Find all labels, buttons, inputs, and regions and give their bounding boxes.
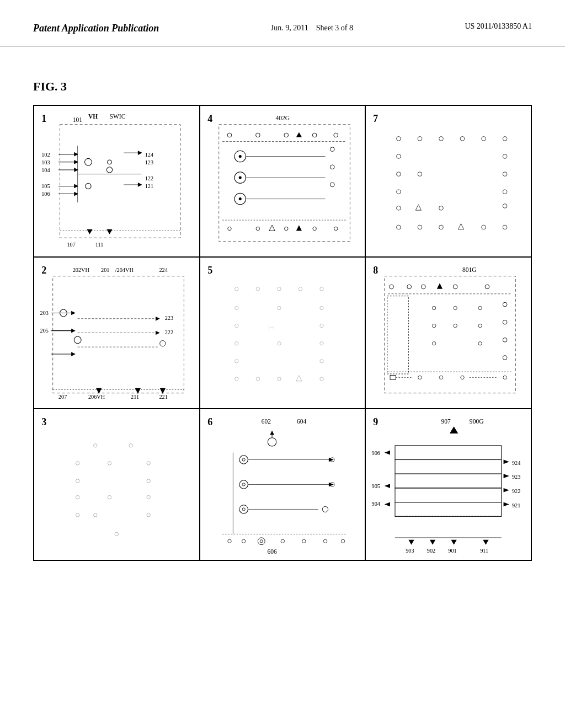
svg-text:224: 224 (159, 267, 167, 273)
svg-point-175 (461, 376, 464, 379)
svg-marker-237 (385, 502, 390, 507)
svg-text:4: 4 (207, 113, 212, 124)
svg-point-91 (482, 226, 486, 230)
svg-marker-251 (409, 540, 414, 545)
svg-point-47 (334, 133, 338, 138)
svg-point-43 (255, 133, 260, 138)
svg-marker-66 (296, 226, 301, 231)
svg-point-74 (482, 137, 486, 141)
svg-point-63 (256, 227, 259, 231)
svg-point-221 (323, 539, 327, 543)
svg-point-200 (239, 456, 248, 464)
svg-rect-239 (395, 460, 502, 474)
svg-marker-235 (385, 451, 390, 455)
svg-point-161 (503, 356, 508, 360)
svg-marker-105 (71, 329, 76, 333)
svg-point-159 (503, 320, 508, 325)
svg-point-201 (242, 458, 245, 461)
svg-text:211: 211 (131, 394, 139, 400)
svg-text:203: 203 (40, 311, 49, 317)
svg-point-185 (147, 479, 150, 483)
svg-point-72 (439, 137, 444, 141)
svg-point-57 (330, 183, 334, 187)
svg-text:924: 924 (512, 460, 520, 466)
svg-text:|--|: |--| (268, 324, 274, 330)
svg-text:1: 1 (41, 113, 46, 124)
svg-point-67 (313, 227, 316, 231)
svg-rect-240 (395, 474, 502, 489)
page-header: Patent Application Publication Jun. 9, 2… (0, 0, 565, 46)
svg-point-52 (238, 176, 241, 179)
svg-point-122 (74, 336, 81, 344)
svg-marker-254 (483, 540, 489, 545)
svg-text:801G: 801G (462, 266, 477, 274)
svg-point-127 (256, 287, 259, 291)
svg-marker-34 (138, 151, 142, 156)
svg-point-187 (108, 496, 111, 499)
svg-marker-111 (156, 317, 160, 321)
svg-point-70 (397, 137, 401, 141)
svg-text:903: 903 (406, 548, 414, 554)
svg-point-129 (299, 287, 302, 291)
svg-text:111: 111 (95, 242, 104, 248)
svg-point-204 (239, 505, 248, 513)
svg-marker-246 (504, 502, 509, 507)
diagram-6-svg: 6 602 604 (205, 414, 361, 555)
svg-point-205 (242, 508, 245, 511)
svg-point-190 (94, 513, 97, 517)
svg-text:7: 7 (373, 113, 378, 124)
cell-8: 8 801G (365, 257, 531, 409)
svg-point-22 (85, 159, 92, 166)
svg-point-62 (227, 227, 231, 231)
svg-marker-103 (71, 311, 76, 315)
svg-point-222 (341, 539, 344, 543)
svg-point-65 (284, 227, 287, 231)
svg-text:SWIC: SWIC (109, 114, 125, 121)
svg-text:907: 907 (441, 418, 451, 425)
svg-text:222: 222 (165, 329, 173, 335)
svg-point-77 (503, 154, 508, 159)
svg-text:221: 221 (159, 394, 167, 400)
svg-point-87 (397, 226, 401, 230)
svg-point-71 (418, 137, 422, 141)
cell-2: 2 202VH 201 /204VH 224 203 205 (34, 257, 200, 409)
svg-marker-153 (437, 283, 443, 289)
svg-point-154 (454, 285, 458, 289)
svg-marker-207 (329, 458, 334, 462)
svg-point-220 (302, 539, 305, 543)
svg-point-88 (418, 226, 422, 230)
svg-point-188 (147, 496, 150, 499)
svg-point-78 (397, 172, 401, 176)
svg-point-126 (234, 287, 238, 291)
diagram-grid: 1 101 VH SWIC 102 103 104 105 106 124 12… (33, 105, 532, 561)
svg-text:206VH: 206VH (88, 394, 105, 400)
svg-text:900G: 900G (470, 418, 484, 425)
svg-point-215 (227, 539, 231, 543)
svg-point-85 (439, 206, 444, 211)
svg-rect-238 (395, 446, 502, 460)
svg-point-82 (503, 190, 508, 194)
svg-text:223: 223 (165, 315, 173, 322)
svg-marker-112 (156, 331, 160, 335)
svg-text:904: 904 (372, 501, 380, 507)
svg-point-152 (422, 285, 426, 289)
svg-text:911: 911 (480, 548, 488, 554)
svg-point-76 (397, 154, 401, 159)
svg-rect-157 (387, 296, 409, 374)
svg-point-163 (454, 307, 457, 310)
svg-marker-45 (296, 132, 301, 137)
svg-point-167 (478, 324, 482, 328)
svg-point-202 (239, 480, 248, 489)
svg-point-80 (503, 172, 508, 176)
svg-marker-37 (87, 229, 92, 234)
svg-rect-171 (390, 376, 396, 380)
svg-point-56 (330, 165, 334, 169)
svg-point-29 (106, 167, 112, 173)
svg-marker-243 (504, 460, 509, 464)
svg-point-142 (234, 377, 238, 381)
svg-point-46 (312, 133, 317, 138)
svg-point-216 (242, 539, 245, 543)
svg-text:8: 8 (373, 265, 378, 276)
svg-point-138 (277, 342, 280, 345)
svg-text:604: 604 (297, 418, 307, 425)
